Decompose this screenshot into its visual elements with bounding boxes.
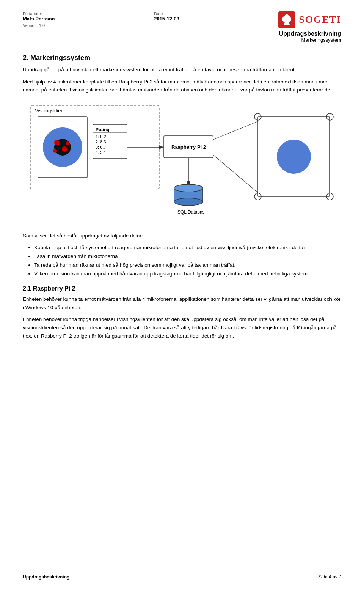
svg-line-28	[213, 155, 258, 193]
doc-subtitle: Markeringssystem	[301, 37, 341, 43]
section2-para2: Med hjälp av 4 mikrofoner kopplade till …	[23, 78, 341, 94]
svg-text:1: 9.2: 1: 9.2	[96, 134, 106, 139]
date-value: 2015-12-03	[154, 16, 179, 22]
bullets-intro: Som vi ser det så består uppdraget av fö…	[23, 232, 341, 240]
section2-heading: 2. Markeringssystem	[23, 54, 341, 62]
visningsklient-label: Visningsklient	[35, 108, 65, 113]
svg-text:4: 3.1: 4: 3.1	[96, 150, 106, 155]
version-value: Version: 1.0	[23, 23, 55, 28]
doc-title: Uppdragsbeskrivning	[279, 30, 341, 37]
svg-text:Raspberry Pi 2: Raspberry Pi 2	[171, 144, 206, 150]
author-label: Författare:	[23, 11, 55, 16]
bullet-list-container: Koppla ihop allt och få systemet att rea…	[23, 244, 341, 278]
footer-left-text: Uppdragsbeskrivning	[23, 574, 69, 580]
footer-page-number: Sida 4 av 7	[318, 574, 341, 580]
header-left: Författare: Mats Persson Version: 1.0	[23, 11, 55, 28]
header-center: Date: 2015-12-03	[154, 11, 179, 22]
page-header: Författare: Mats Persson Version: 1.0 Da…	[23, 11, 341, 47]
section21-para1: Enheten behöver kunna ta emot mätvärden …	[23, 295, 341, 311]
bullet-list: Koppla ihop allt och få systemet att rea…	[23, 244, 341, 278]
svg-line-27	[213, 121, 258, 140]
header-right: SOGETI Uppdragsbeskrivning Markeringssys…	[278, 11, 341, 43]
svg-point-6	[62, 146, 67, 152]
sogeti-logo-icon	[278, 11, 295, 28]
bullet-item: Ta reda på hur man räknar ut med så hög …	[34, 261, 341, 270]
sogeti-logo-text: SOGETI	[299, 14, 341, 25]
page: Författare: Mats Persson Version: 1.0 Da…	[0, 0, 364, 591]
bullet-item: Koppla ihop allt och få systemet att rea…	[34, 244, 341, 252]
section21-heading: 2.1 Raspberry Pi 2	[23, 285, 341, 292]
architecture-diagram: Visningsklient Poäng 1: 9.2 2: 8.3 3: 6.…	[27, 102, 337, 223]
svg-marker-17	[159, 145, 164, 149]
svg-point-24	[174, 198, 203, 206]
svg-point-34	[277, 140, 311, 174]
section21-para2: Enheten behöver kunna trigga händelser i…	[23, 315, 341, 340]
author-value: Mats Persson	[23, 16, 55, 22]
date-label: Date:	[154, 11, 164, 16]
svg-text:Poäng: Poäng	[96, 127, 110, 132]
svg-point-8	[66, 141, 69, 145]
svg-text:3: 6.7: 3: 6.7	[96, 145, 106, 149]
svg-text:2: 8.3: 2: 8.3	[96, 140, 106, 144]
diagram-container: Visningsklient Poäng 1: 9.2 2: 8.3 3: 6.…	[27, 102, 337, 224]
logo-area: SOGETI	[278, 11, 341, 28]
section2-para1: Uppdrag går ut på att utveckla ett marke…	[23, 66, 341, 74]
bullet-item: Läsa in mätvärden från mikrofonerna	[34, 252, 341, 261]
svg-point-25	[174, 184, 203, 192]
svg-point-5	[54, 140, 60, 145]
bullet-item: Vilken precision kan man uppnå med hårdv…	[34, 270, 341, 278]
svg-point-7	[53, 149, 57, 153]
svg-text:SQL Databas: SQL Databas	[177, 209, 205, 215]
page-footer: Uppdragsbeskrivning Sida 4 av 7	[23, 571, 341, 580]
